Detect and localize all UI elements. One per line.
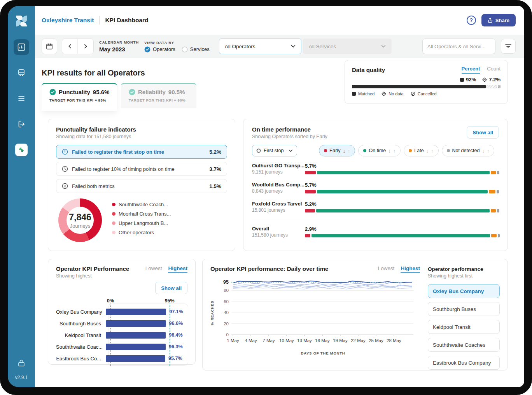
share-button[interactable]: Share (481, 14, 516, 26)
segment-early (305, 171, 316, 174)
failure-indicator-row[interactable]: Failed both metrics1.5% (56, 179, 227, 193)
clock-icon (62, 166, 68, 172)
failure-panel-subtitle: Showing data for 151,580 journeys (56, 134, 227, 139)
tab-target: TARGET FOR THIS KPI = 90% (129, 98, 196, 102)
kpi-results-heading: KPI results for all Operators (42, 68, 196, 77)
operator-list-item[interactable]: Keldpool Transit (428, 320, 500, 334)
toggle-lowest[interactable]: Lowest (378, 265, 395, 271)
sidebar-item-vehicles[interactable] (14, 65, 29, 81)
show-all-button[interactable]: Show all (467, 126, 499, 139)
overall-label: Overall (252, 226, 305, 232)
legend-label: No data (388, 91, 404, 96)
selected-month: May 2023 (99, 46, 139, 53)
legend-dot-icon (112, 212, 116, 216)
operator-list-title: Operator performance (428, 266, 500, 272)
status-dot-icon (409, 149, 412, 152)
services-select[interactable]: All Services (303, 39, 392, 54)
x-tick-label: 1 May (227, 338, 239, 343)
operators-select[interactable]: All Operators (219, 39, 301, 54)
sort-ascending-icon[interactable]: ↑ (431, 148, 434, 154)
operator-ontime-row: Oulhurst GO Transp...9,151 journeys5.7% (252, 163, 499, 175)
sidebar-item-list[interactable] (14, 91, 29, 106)
tab-value: 90.5% (168, 89, 185, 95)
operator-name: Woolfold Bus Comp... (252, 182, 305, 188)
kpi-bar (106, 309, 166, 315)
overall-early-value: 2.9% (305, 226, 499, 232)
toggle-highest[interactable]: Highest (401, 265, 420, 273)
y-tick-label: 0 (226, 332, 229, 337)
donut-legend-label: Other operators (119, 230, 154, 235)
share-icon (488, 18, 493, 23)
operator-list-item[interactable]: Eastbrook Bus Company (428, 356, 500, 370)
data-quality-tab-percent[interactable]: Percent (462, 66, 480, 74)
x-tick-label: 13 May (297, 338, 312, 343)
calendar-button[interactable] (42, 39, 57, 54)
bar-category-label: Oxley Bus Company (56, 309, 106, 315)
sidebar-item-logout[interactable] (14, 116, 29, 132)
y-axis-label: % REACHED (210, 300, 217, 325)
data-quality-tab-count[interactable]: Count (487, 66, 500, 74)
toggle-lowest[interactable]: Lowest (145, 265, 162, 271)
segment-late (491, 234, 497, 237)
sort-chip-early[interactable]: Early↓↑ (319, 145, 355, 156)
matched-square-icon (460, 78, 464, 82)
sort-chip-not-detected[interactable]: Not detected↓↑ (442, 145, 495, 156)
sidebar-item-dashboard[interactable] (14, 39, 29, 55)
sort-ascending-icon[interactable]: ↑ (393, 148, 396, 154)
operator-list-item[interactable]: Southburgh Buses (428, 302, 500, 316)
next-month-button[interactable] (78, 39, 93, 54)
sort-descending-icon[interactable]: ↓ (482, 148, 485, 154)
data-quality-title: Data quality (352, 67, 385, 73)
filter-button[interactable] (501, 39, 516, 54)
tab-reliability[interactable]: Reliability 90.5% TARGET FOR THIS KPI = … (121, 83, 196, 108)
search-input[interactable] (422, 39, 495, 54)
segment-late (491, 209, 496, 212)
sort-ascending-icon[interactable]: ↑ (348, 148, 350, 154)
sort-chip-on-time[interactable]: On time↓↑ (358, 145, 401, 156)
sort-descending-icon[interactable]: ↓ (388, 148, 391, 154)
legend-dot-icon (112, 203, 116, 206)
failure-indicator-row[interactable]: Failed to register the first stop on tim… (56, 145, 227, 159)
help-button[interactable]: ? (467, 16, 476, 25)
radio-operators[interactable]: Operators (144, 46, 175, 53)
x-tick-label: 22 May (351, 338, 366, 343)
no-data-value: 7.2% (482, 77, 500, 83)
y-tick-label: 95 (223, 279, 229, 285)
brand-name[interactable]: Oxleyshire Transit (42, 17, 94, 24)
chevron-down-icon (381, 45, 386, 48)
first-stop-select[interactable]: First stop (252, 145, 297, 156)
show-all-button[interactable]: Show all (155, 282, 187, 294)
y-tick-label: 40 (224, 310, 229, 315)
toggle-highest[interactable]: Highest (168, 265, 187, 273)
operator-name: Oulhurst GO Transp... (252, 163, 305, 169)
kpi-tabs: Punctuality 95.6% TARGET FOR THIS KPI = … (42, 83, 196, 111)
failure-indicator-value: 3.7% (209, 166, 221, 172)
tab-punctuality[interactable]: Punctuality 95.6% TARGET FOR THIS KPI = … (42, 83, 117, 111)
bar-chart-icon (17, 43, 26, 51)
bus-icon (17, 68, 26, 77)
sort-ascending-icon[interactable]: ↑ (487, 148, 490, 154)
sidebar-item-app[interactable] (14, 142, 29, 158)
top-bar: Oxleyshire Transit KPI Dashboard ? Share (35, 6, 524, 35)
page-title: KPI Dashboard (105, 17, 148, 24)
radio-checked-icon (144, 46, 150, 53)
ontime-panel-subtitle: Showing Operators sorted by Early (252, 134, 327, 139)
sort-descending-icon[interactable]: ↓ (343, 148, 345, 154)
legend-dot-icon (112, 231, 116, 234)
bar-track: 97.1% (106, 309, 187, 315)
screen-frame: v2.9.1 Oxleyshire Transit KPI Dashboard … (0, 0, 532, 395)
sort-descending-icon[interactable]: ↓ (426, 148, 429, 154)
operator-list-item[interactable]: Souththwaite Coaches (428, 338, 500, 352)
donut-legend-label: Upper Langmouth B... (119, 220, 168, 226)
filter-icon (505, 43, 512, 49)
failure-indicator-row[interactable]: Failed to register 10% of timing points … (56, 162, 227, 176)
x-tick-label: 28 May (387, 338, 401, 343)
radio-services[interactable]: Services (182, 46, 210, 53)
sort-chip-late[interactable]: Late↓↑ (404, 145, 438, 156)
previous-month-button[interactable] (62, 39, 78, 54)
title-divider (99, 16, 100, 25)
failure-panel-title: Punctuality failure indicators (56, 126, 227, 133)
kpi-bar-row: Oxley Bus Company97.1% (56, 306, 187, 318)
segment-not-detected (498, 234, 500, 237)
operator-list-item[interactable]: Oxley Bus Company (428, 284, 500, 298)
